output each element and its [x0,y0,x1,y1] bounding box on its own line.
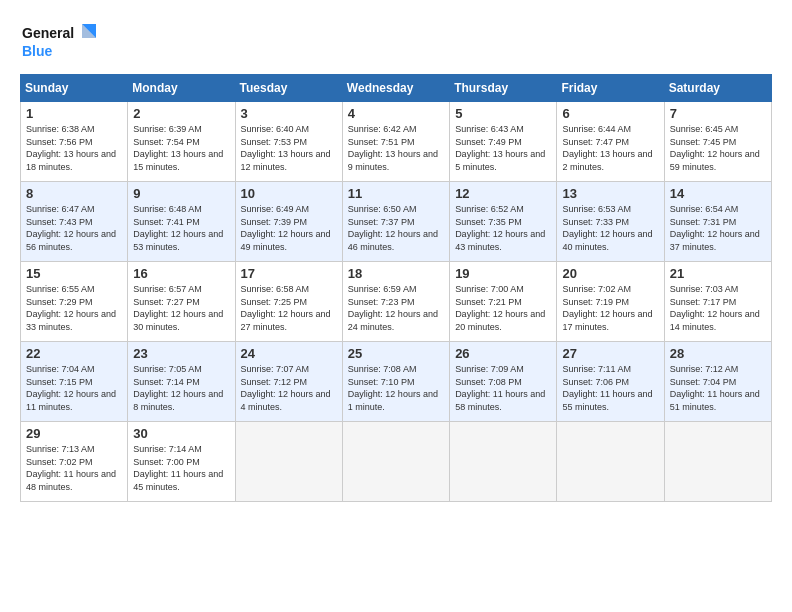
calendar-week-5: 29 Sunrise: 7:13 AM Sunset: 7:02 PM Dayl… [21,422,772,502]
day-info: Sunrise: 6:38 AM Sunset: 7:56 PM Dayligh… [26,123,122,173]
day-number: 22 [26,346,122,361]
day-number: 7 [670,106,766,121]
day-number: 30 [133,426,229,441]
day-info: Sunrise: 7:04 AM Sunset: 7:15 PM Dayligh… [26,363,122,413]
day-number: 28 [670,346,766,361]
day-number: 18 [348,266,444,281]
calendar-day [342,422,449,502]
day-number: 24 [241,346,337,361]
day-info: Sunrise: 7:02 AM Sunset: 7:19 PM Dayligh… [562,283,658,333]
calendar-day: 3 Sunrise: 6:40 AM Sunset: 7:53 PM Dayli… [235,102,342,182]
day-info: Sunrise: 7:05 AM Sunset: 7:14 PM Dayligh… [133,363,229,413]
calendar-day: 9 Sunrise: 6:48 AM Sunset: 7:41 PM Dayli… [128,182,235,262]
calendar-day: 26 Sunrise: 7:09 AM Sunset: 7:08 PM Dayl… [450,342,557,422]
calendar-day [235,422,342,502]
day-info: Sunrise: 6:45 AM Sunset: 7:45 PM Dayligh… [670,123,766,173]
day-info: Sunrise: 7:11 AM Sunset: 7:06 PM Dayligh… [562,363,658,413]
day-info: Sunrise: 7:08 AM Sunset: 7:10 PM Dayligh… [348,363,444,413]
calendar-day: 18 Sunrise: 6:59 AM Sunset: 7:23 PM Dayl… [342,262,449,342]
calendar-day: 1 Sunrise: 6:38 AM Sunset: 7:56 PM Dayli… [21,102,128,182]
day-info: Sunrise: 6:57 AM Sunset: 7:27 PM Dayligh… [133,283,229,333]
day-number: 1 [26,106,122,121]
day-number: 25 [348,346,444,361]
calendar-day: 5 Sunrise: 6:43 AM Sunset: 7:49 PM Dayli… [450,102,557,182]
day-number: 23 [133,346,229,361]
day-info: Sunrise: 6:58 AM Sunset: 7:25 PM Dayligh… [241,283,337,333]
logo: General Blue [20,20,100,64]
day-info: Sunrise: 7:09 AM Sunset: 7:08 PM Dayligh… [455,363,551,413]
day-info: Sunrise: 7:12 AM Sunset: 7:04 PM Dayligh… [670,363,766,413]
calendar-header-row: SundayMondayTuesdayWednesdayThursdayFrid… [21,75,772,102]
calendar-day [450,422,557,502]
day-info: Sunrise: 6:52 AM Sunset: 7:35 PM Dayligh… [455,203,551,253]
calendar-day: 7 Sunrise: 6:45 AM Sunset: 7:45 PM Dayli… [664,102,771,182]
calendar-day: 6 Sunrise: 6:44 AM Sunset: 7:47 PM Dayli… [557,102,664,182]
day-number: 26 [455,346,551,361]
calendar-day: 16 Sunrise: 6:57 AM Sunset: 7:27 PM Dayl… [128,262,235,342]
calendar-week-2: 8 Sunrise: 6:47 AM Sunset: 7:43 PM Dayli… [21,182,772,262]
calendar-day: 27 Sunrise: 7:11 AM Sunset: 7:06 PM Dayl… [557,342,664,422]
calendar-day: 20 Sunrise: 7:02 AM Sunset: 7:19 PM Dayl… [557,262,664,342]
day-number: 6 [562,106,658,121]
day-number: 29 [26,426,122,441]
day-info: Sunrise: 7:13 AM Sunset: 7:02 PM Dayligh… [26,443,122,493]
day-info: Sunrise: 6:43 AM Sunset: 7:49 PM Dayligh… [455,123,551,173]
day-number: 10 [241,186,337,201]
day-number: 11 [348,186,444,201]
calendar-day: 10 Sunrise: 6:49 AM Sunset: 7:39 PM Dayl… [235,182,342,262]
day-info: Sunrise: 6:54 AM Sunset: 7:31 PM Dayligh… [670,203,766,253]
col-header-wednesday: Wednesday [342,75,449,102]
day-info: Sunrise: 6:50 AM Sunset: 7:37 PM Dayligh… [348,203,444,253]
day-number: 27 [562,346,658,361]
day-number: 8 [26,186,122,201]
day-number: 2 [133,106,229,121]
col-header-saturday: Saturday [664,75,771,102]
day-number: 19 [455,266,551,281]
col-header-sunday: Sunday [21,75,128,102]
day-number: 17 [241,266,337,281]
svg-text:Blue: Blue [22,43,53,59]
calendar-day: 24 Sunrise: 7:07 AM Sunset: 7:12 PM Dayl… [235,342,342,422]
day-number: 20 [562,266,658,281]
day-info: Sunrise: 6:49 AM Sunset: 7:39 PM Dayligh… [241,203,337,253]
calendar-day: 15 Sunrise: 6:55 AM Sunset: 7:29 PM Dayl… [21,262,128,342]
calendar-week-1: 1 Sunrise: 6:38 AM Sunset: 7:56 PM Dayli… [21,102,772,182]
calendar-day [557,422,664,502]
calendar-day [664,422,771,502]
col-header-tuesday: Tuesday [235,75,342,102]
day-number: 21 [670,266,766,281]
day-info: Sunrise: 6:47 AM Sunset: 7:43 PM Dayligh… [26,203,122,253]
day-info: Sunrise: 6:55 AM Sunset: 7:29 PM Dayligh… [26,283,122,333]
page-header: General Blue [20,20,772,64]
day-info: Sunrise: 6:40 AM Sunset: 7:53 PM Dayligh… [241,123,337,173]
calendar-day: 13 Sunrise: 6:53 AM Sunset: 7:33 PM Dayl… [557,182,664,262]
calendar-day: 30 Sunrise: 7:14 AM Sunset: 7:00 PM Dayl… [128,422,235,502]
svg-text:General: General [22,25,74,41]
day-info: Sunrise: 7:03 AM Sunset: 7:17 PM Dayligh… [670,283,766,333]
day-info: Sunrise: 7:14 AM Sunset: 7:00 PM Dayligh… [133,443,229,493]
calendar-week-3: 15 Sunrise: 6:55 AM Sunset: 7:29 PM Dayl… [21,262,772,342]
day-number: 12 [455,186,551,201]
calendar-day: 19 Sunrise: 7:00 AM Sunset: 7:21 PM Dayl… [450,262,557,342]
day-info: Sunrise: 6:39 AM Sunset: 7:54 PM Dayligh… [133,123,229,173]
day-info: Sunrise: 6:44 AM Sunset: 7:47 PM Dayligh… [562,123,658,173]
logo-svg: General Blue [20,20,100,64]
calendar-table: SundayMondayTuesdayWednesdayThursdayFrid… [20,74,772,502]
day-number: 13 [562,186,658,201]
calendar-week-4: 22 Sunrise: 7:04 AM Sunset: 7:15 PM Dayl… [21,342,772,422]
calendar-day: 21 Sunrise: 7:03 AM Sunset: 7:17 PM Dayl… [664,262,771,342]
day-info: Sunrise: 6:42 AM Sunset: 7:51 PM Dayligh… [348,123,444,173]
col-header-thursday: Thursday [450,75,557,102]
day-number: 5 [455,106,551,121]
calendar-day: 2 Sunrise: 6:39 AM Sunset: 7:54 PM Dayli… [128,102,235,182]
calendar-day: 29 Sunrise: 7:13 AM Sunset: 7:02 PM Dayl… [21,422,128,502]
day-info: Sunrise: 6:53 AM Sunset: 7:33 PM Dayligh… [562,203,658,253]
day-number: 14 [670,186,766,201]
day-info: Sunrise: 7:07 AM Sunset: 7:12 PM Dayligh… [241,363,337,413]
col-header-monday: Monday [128,75,235,102]
calendar-day: 17 Sunrise: 6:58 AM Sunset: 7:25 PM Dayl… [235,262,342,342]
day-info: Sunrise: 7:00 AM Sunset: 7:21 PM Dayligh… [455,283,551,333]
calendar-day: 28 Sunrise: 7:12 AM Sunset: 7:04 PM Dayl… [664,342,771,422]
calendar-day: 4 Sunrise: 6:42 AM Sunset: 7:51 PM Dayli… [342,102,449,182]
day-number: 4 [348,106,444,121]
